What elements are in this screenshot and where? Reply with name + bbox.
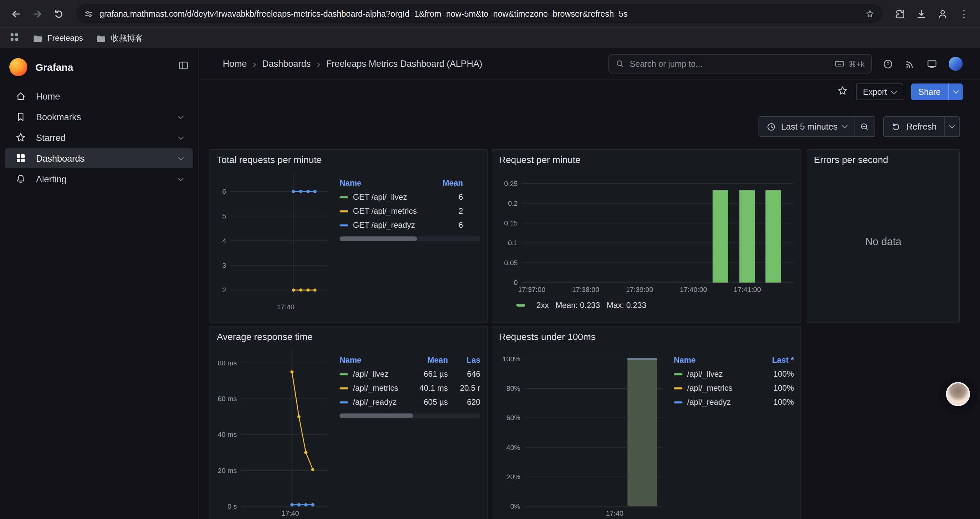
panel-title[interactable]: Errors per second <box>814 154 953 165</box>
help-icon[interactable]: ? <box>883 58 893 69</box>
downloads-icon[interactable] <box>912 4 931 23</box>
legend-stat-max: Max: 0.233 <box>607 300 646 310</box>
series-name[interactable]: /api/_metrics <box>353 383 398 393</box>
bookmark-star-icon[interactable] <box>865 9 875 18</box>
time-range-group: Last 5 minutes <box>759 116 876 137</box>
sidebar-item-starred[interactable]: Starred <box>5 128 193 148</box>
breadcrumb-home[interactable]: Home <box>223 59 247 69</box>
series-name[interactable]: /api/_readyz <box>353 397 396 406</box>
search-input[interactable]: Search or jump to... ⌘+k <box>608 54 872 73</box>
series-name[interactable]: 2xx <box>536 300 549 310</box>
favorite-star-icon[interactable] <box>837 85 848 99</box>
series-color-indicator <box>340 373 348 375</box>
panel-title[interactable]: Requests under 100ms <box>499 331 794 342</box>
series-name[interactable]: /api/_livez <box>687 369 723 378</box>
panel-request-per-minute: Request per minute 00.050.10.150.20.2517… <box>492 149 801 323</box>
legend-row: /api/_metrics100% <box>674 381 794 395</box>
chevron-down-icon[interactable] <box>178 134 184 140</box>
panel-average-response-time: Average response time 0 s20 ms40 ms60 ms… <box>210 326 488 519</box>
extensions-icon[interactable] <box>891 4 909 23</box>
sidebar-item-alerting[interactable]: Alerting <box>5 169 193 189</box>
series-name[interactable]: GET /api/_metrics <box>353 206 417 216</box>
bar-chart[interactable]: 0%20%40%60%80%100%17:40 <box>499 343 666 519</box>
sidebar-item-label: Starred <box>36 133 66 143</box>
legend-value: 6 <box>430 190 463 204</box>
zoom-out-time-button[interactable] <box>854 117 875 136</box>
legend-value: 605 µs <box>406 395 448 409</box>
series-name[interactable]: GET /api/_readyz <box>353 220 415 230</box>
legend-row: GET /api/_metrics2 <box>340 204 463 218</box>
sidebar-item-label: Alerting <box>36 174 67 184</box>
search-placeholder: Search or jump to... <box>630 59 703 69</box>
legend: 2xx Mean: 0.233 Max: 0.233 <box>499 299 794 312</box>
rss-icon[interactable] <box>905 58 915 69</box>
series-name[interactable]: /api/_readyz <box>687 397 731 406</box>
url-text[interactable]: grafana.mathmast.com/d/deytv4rwavabkb/fr… <box>99 9 859 18</box>
user-avatar[interactable] <box>949 57 963 71</box>
svg-text:40 ms: 40 ms <box>218 431 237 438</box>
app-header: Home › Dashboards › Freeleaps Metrics Da… <box>199 48 980 80</box>
bookmark-folder-blogs[interactable]: 收藏博客 <box>96 32 143 44</box>
breadcrumb-dashboards[interactable]: Dashboards <box>262 59 311 69</box>
address-bar[interactable]: grafana.mathmast.com/d/deytv4rwavabkb/fr… <box>76 4 883 23</box>
bar-chart[interactable]: 00.050.10.150.20.2517:37:0017:38:0017:39… <box>499 166 794 297</box>
bookmark-folder-freeleaps[interactable]: Freeleaps <box>33 33 83 43</box>
series-name[interactable]: /api/_metrics <box>687 383 732 393</box>
series-name[interactable]: GET /api/_livez <box>353 192 407 201</box>
reload-button[interactable] <box>49 4 68 23</box>
sidebar-item-bookmarks[interactable]: Bookmarks <box>5 107 193 127</box>
time-series-chart[interactable]: 2345617:40 <box>217 166 332 317</box>
legend-column-header[interactable]: Name <box>340 353 406 367</box>
grafana-app: Grafana HomeBookmarksStarredDashboardsAl… <box>0 48 980 519</box>
chevron-down-icon[interactable] <box>178 175 184 181</box>
legend-column-header[interactable]: Las <box>448 353 480 367</box>
chevron-down-icon[interactable] <box>178 113 184 119</box>
export-button[interactable]: Export <box>856 83 903 100</box>
legend-column-header[interactable]: Mean <box>430 176 463 190</box>
panel-errors-per-second: Errors per second No data <box>807 149 960 323</box>
chevron-down-icon[interactable] <box>178 155 184 160</box>
apps-grid-icon[interactable] <box>10 32 19 45</box>
legend-row: /api/_livez661 µs646 <box>340 367 480 381</box>
legend-scrollbar[interactable] <box>340 414 480 418</box>
legend-scrollbar[interactable] <box>340 236 480 241</box>
panel-title[interactable]: Request per minute <box>499 154 794 165</box>
legend-value: 100% <box>754 381 794 395</box>
back-button[interactable] <box>7 4 25 23</box>
profile-icon[interactable] <box>933 4 952 23</box>
time-series-chart[interactable]: 0 s20 ms40 ms60 ms80 ms17:40 <box>217 343 332 519</box>
sidebar-item-dashboards[interactable]: Dashboards <box>5 148 193 168</box>
assistant-avatar[interactable] <box>946 382 970 406</box>
panel-title[interactable]: Total requests per minute <box>217 154 480 165</box>
refresh-interval-dropdown[interactable] <box>944 117 959 136</box>
series-name[interactable]: /api/_livez <box>353 369 388 378</box>
forward-button[interactable] <box>28 4 47 23</box>
site-info-icon[interactable] <box>84 9 94 18</box>
collapse-sidebar-icon[interactable] <box>178 60 189 73</box>
refresh-button[interactable]: Refresh <box>884 117 944 136</box>
legend-column-header[interactable]: Mean <box>406 353 448 367</box>
no-data-message: No data <box>814 166 953 317</box>
legend-column-header[interactable]: Last * <box>754 353 794 367</box>
browser-toolbar: grafana.mathmast.com/d/deytv4rwavabkb/fr… <box>0 0 980 27</box>
panel-title[interactable]: Average response time <box>217 331 480 342</box>
legend-value: 661 µs <box>406 367 448 381</box>
legend-column-header[interactable]: Name <box>340 176 430 190</box>
share-button[interactable]: Share <box>911 83 963 100</box>
svg-text:0: 0 <box>514 278 518 286</box>
share-dropdown-button[interactable] <box>948 83 963 100</box>
sidebar-item-home[interactable]: Home <box>5 86 193 106</box>
legend-column-header[interactable]: Name <box>674 353 754 367</box>
monitor-icon[interactable] <box>927 58 937 69</box>
browser-menu-icon[interactable]: ⋮ <box>955 4 973 23</box>
series-color-indicator <box>674 387 682 390</box>
breadcrumb: Home › Dashboards › Freeleaps Metrics Da… <box>223 59 598 69</box>
legend-table: NameLast */api/_livez100%/api/_metrics10… <box>674 353 794 519</box>
series-color-indicator <box>340 196 348 198</box>
time-range-picker[interactable]: Last 5 minutes <box>759 117 854 136</box>
folder-icon <box>33 33 43 43</box>
panel-requests-under-100ms: Requests under 100ms 0%20%40%60%80%100%1… <box>492 326 801 519</box>
grafana-logo[interactable] <box>10 58 27 76</box>
svg-text:60 ms: 60 ms <box>218 395 237 402</box>
series-color-indicator <box>516 304 525 307</box>
